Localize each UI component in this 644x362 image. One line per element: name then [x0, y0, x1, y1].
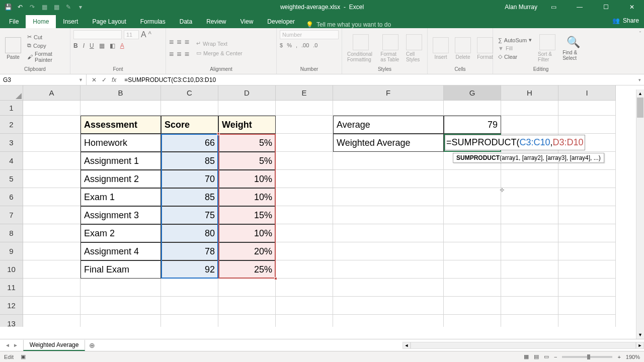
cell-d10[interactable]: 25% [218, 260, 276, 279]
user-name[interactable]: Alan Murray [505, 4, 537, 11]
tab-formulas[interactable]: Formulas [133, 15, 173, 28]
font-size-input[interactable] [124, 30, 139, 39]
redo-icon[interactable]: ↷ [28, 3, 36, 11]
cell-c5[interactable]: 70 [161, 170, 218, 188]
ribbon-options-icon[interactable]: ▭ [543, 0, 564, 14]
tab-insert[interactable]: Insert [56, 15, 85, 28]
tab-file[interactable]: File [2, 15, 26, 28]
cell-g2[interactable]: 79 [444, 116, 501, 134]
tab-data[interactable]: Data [173, 15, 199, 28]
format-cells-button[interactable]: Format [475, 36, 495, 61]
cell-c10[interactable]: 92 [161, 260, 218, 279]
sheet-nav-prev-icon[interactable]: ◄ [5, 342, 10, 348]
cell-b2[interactable]: Assessment [80, 116, 161, 134]
cell-c2[interactable]: Score [161, 116, 218, 134]
underline-button[interactable]: U [90, 42, 94, 49]
hscroll-left-icon[interactable]: ◄ [403, 342, 411, 349]
align-middle-icon[interactable]: ≡ [177, 38, 181, 47]
qat-icon-2[interactable]: ▦ [52, 3, 60, 11]
cell-b4[interactable]: Assignment 1 [80, 152, 161, 170]
fill-button[interactable]: ▼Fill [496, 45, 534, 52]
clear-button[interactable]: ◇Clear [496, 53, 534, 60]
worksheet-grid[interactable]: ABCDEFGHI 12345678910111213 AssessmentSc… [0, 85, 644, 327]
cell-b9[interactable]: Assignment 4 [80, 242, 161, 260]
row-header-2[interactable]: 2 [0, 116, 23, 134]
cell-c4[interactable]: 85 [161, 152, 218, 170]
collapse-ribbon-icon[interactable]: ˇ [639, 31, 641, 37]
cell-b5[interactable]: Assignment 2 [80, 170, 161, 188]
fx-icon[interactable]: fx [112, 76, 116, 83]
qat-icon-3[interactable]: ✎ [64, 3, 72, 11]
close-icon[interactable]: ✕ [622, 0, 642, 14]
cell-c7[interactable]: 75 [161, 206, 218, 224]
insert-cells-button[interactable]: Insert [431, 36, 451, 61]
row-header-11[interactable]: 11 [0, 279, 23, 297]
col-header-g[interactable]: G [444, 85, 501, 101]
fill-color-button[interactable]: ◧ [110, 42, 115, 49]
bold-button[interactable]: B [73, 42, 78, 49]
column-headers[interactable]: ABCDEFGHI [23, 85, 636, 101]
cell-d6[interactable]: 10% [218, 188, 276, 206]
col-header-c[interactable]: C [161, 85, 218, 101]
number-format-select[interactable] [280, 30, 339, 39]
decrease-font-icon[interactable]: A [148, 30, 151, 39]
cell-b7[interactable]: Assignment 3 [80, 206, 161, 224]
hscroll-right-icon[interactable]: ► [636, 342, 644, 349]
maximize-icon[interactable]: ☐ [596, 0, 616, 14]
expand-formula-bar-icon[interactable]: ▾ [635, 77, 644, 82]
row-header-12[interactable]: 12 [0, 297, 23, 315]
cell-b10[interactable]: Final Exam [80, 260, 161, 279]
row-header-6[interactable]: 6 [0, 188, 23, 206]
merge-center-button[interactable]: ▭Merge & Center [194, 49, 245, 57]
tab-view[interactable]: View [233, 15, 261, 28]
scroll-up-icon[interactable]: ▲ [636, 89, 644, 98]
align-top-icon[interactable]: ≡ [169, 38, 174, 47]
minimize-icon[interactable]: — [570, 0, 590, 14]
cell-b8[interactable]: Exam 2 [80, 224, 161, 242]
zoom-slider[interactable] [562, 356, 612, 358]
font-name-input[interactable] [73, 30, 122, 39]
cancel-formula-icon[interactable]: ✕ [92, 76, 97, 83]
font-color-button[interactable]: A [120, 42, 124, 49]
sort-filter-button[interactable]: Sort & Filter [536, 33, 558, 63]
tab-page-layout[interactable]: Page Layout [85, 15, 133, 28]
col-header-a[interactable]: A [23, 85, 80, 101]
cell-d9[interactable]: 20% [218, 242, 276, 260]
conditional-formatting-button[interactable]: Conditional Formatting [345, 33, 376, 63]
row-header-13[interactable]: 13 [0, 315, 23, 327]
vertical-scrollbar[interactable]: ▲ ▼ [636, 89, 644, 339]
macro-record-icon[interactable]: ▣ [21, 353, 26, 360]
zoom-out-icon[interactable]: − [554, 354, 557, 360]
qat-icon-1[interactable]: ▦ [40, 3, 48, 11]
cell-d3[interactable]: 5% [218, 134, 276, 152]
paste-button[interactable]: Paste [3, 36, 23, 61]
share-button[interactable]: 👥 Share [612, 17, 639, 24]
in-cell-formula-edit[interactable]: =SUMPRODUCT(C3:C10,D3:D10 [445, 135, 585, 150]
col-header-h[interactable]: H [501, 85, 558, 101]
qat-customize-icon[interactable]: ▾ [76, 3, 85, 11]
enter-formula-icon[interactable]: ✓ [102, 76, 107, 83]
increase-decimal-icon[interactable]: .00 [301, 42, 309, 48]
format-as-table-button[interactable]: Format as Table [378, 33, 402, 63]
row-header-1[interactable]: 1 [0, 101, 23, 116]
col-header-f[interactable]: F [333, 85, 444, 101]
autosum-button[interactable]: ∑AutoSum▾ [496, 36, 534, 44]
row-header-5[interactable]: 5 [0, 170, 23, 188]
currency-icon[interactable]: $ [280, 42, 283, 48]
cut-button[interactable]: ✂Cut [25, 33, 67, 41]
horizontal-scrollbar[interactable]: ◄ ► [403, 342, 644, 349]
zoom-value[interactable]: 190% [626, 354, 640, 360]
cell-d8[interactable]: 10% [218, 224, 276, 242]
cell-f3[interactable]: Weighted Average [333, 134, 444, 152]
col-header-d[interactable]: D [218, 85, 276, 101]
scroll-thumb[interactable] [637, 98, 643, 118]
align-center-icon[interactable]: ≡ [177, 50, 181, 59]
cell-b6[interactable]: Exam 1 [80, 188, 161, 206]
cell-b3[interactable]: Homework [80, 134, 161, 152]
row-header-7[interactable]: 7 [0, 206, 23, 224]
find-select-button[interactable]: 🔍Find & Select [560, 35, 586, 62]
copy-button[interactable]: ⧉Copy [25, 42, 67, 49]
zoom-in-icon[interactable]: + [617, 354, 620, 360]
tab-home[interactable]: Home [26, 15, 56, 28]
view-page-layout-icon[interactable]: ▤ [534, 353, 539, 360]
